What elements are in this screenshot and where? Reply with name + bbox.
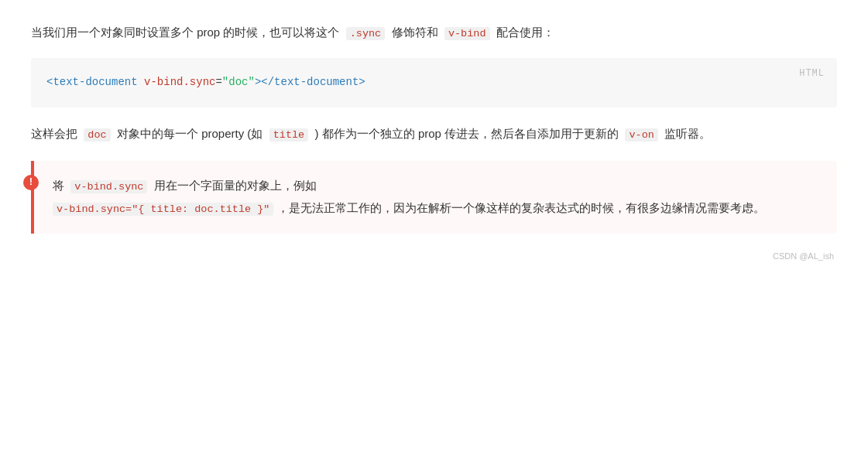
warning-text-middle1: 用在一个字面量的对象上，例如: [154, 179, 317, 192]
p2-text-after: 监听器。: [664, 127, 711, 140]
p2-code3: v-on: [625, 128, 657, 142]
p1-text-before: 当我们用一个对象同时设置多个 prop 的时候，也可以将这个: [31, 26, 339, 39]
p1-text-middle: 修饰符和: [392, 26, 438, 39]
p2-text-middle2: ) 都作为一个独立的 prop 传进去，然后各自添加用于更新的: [315, 127, 619, 140]
warning-line2-code: v-bind.sync="{ title: doc.title }": [53, 203, 273, 216]
warning-block: ! 将 v-bind.sync 用在一个字面量的对象上，例如 v-bind.sy…: [31, 161, 837, 234]
warning-icon: !: [23, 175, 39, 190]
warning-code1: v-bind.sync: [70, 180, 147, 193]
p2-text-middle1: 对象中的每一个 property (如: [117, 127, 262, 140]
paragraph-2: 这样会把 doc 对象中的每一个 property (如 title ) 都作为…: [31, 123, 837, 145]
p2-text-before: 这样会把: [31, 127, 77, 140]
p2-code2: title: [269, 128, 309, 142]
p1-text-after: 配合使用：: [496, 26, 554, 39]
code-block-wrapper: HTML <text-document v-bind.sync="doc"></…: [31, 58, 837, 108]
warning-text: 将 v-bind.sync 用在一个字面量的对象上，例如 v-bind.sync…: [53, 175, 822, 220]
p1-code2: v-bind: [444, 27, 490, 40]
p2-code1: doc: [84, 128, 110, 142]
code-block: <text-document v-bind.sync="doc"></text-…: [46, 73, 822, 92]
p1-code1: .sync: [346, 27, 386, 40]
footer-label: CSDN @AL_ish: [31, 249, 837, 264]
warning-text-middle2: ，是无法正常工作的，因为在解析一个像这样的复杂表达式的时候，有很多边缘情况需要考…: [277, 201, 765, 214]
code-block-label: HTML: [799, 66, 825, 82]
warning-text-before: 将: [53, 179, 64, 192]
paragraph-1: 当我们用一个对象同时设置多个 prop 的时候，也可以将这个 .sync 修饰符…: [31, 22, 837, 44]
